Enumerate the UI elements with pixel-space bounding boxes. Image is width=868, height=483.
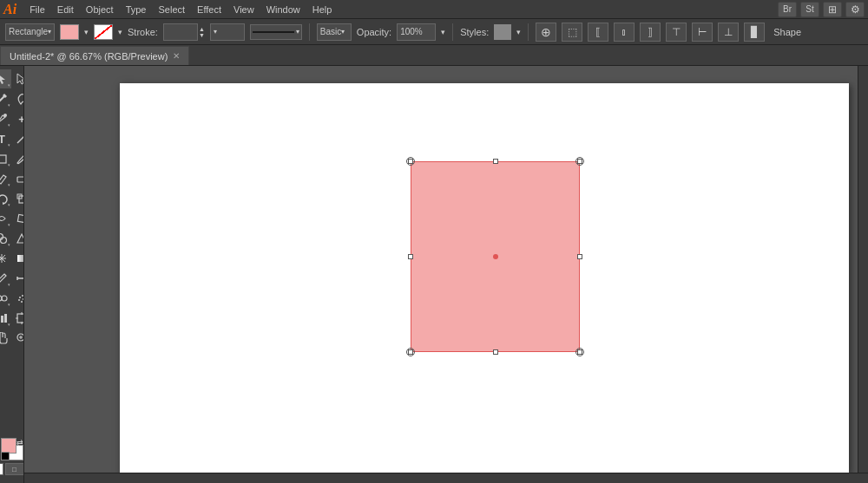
align-center-icon[interactable]: ⫾ <box>614 23 635 42</box>
tab-close-button[interactable]: ✕ <box>173 51 180 61</box>
selected-object-container[interactable] <box>411 161 580 352</box>
chart-icon[interactable]: ▊ <box>744 23 765 42</box>
scale-tool[interactable]: ▾ <box>12 189 24 208</box>
workspace-switcher[interactable]: ⊞ <box>823 2 842 17</box>
menu-select[interactable]: Select <box>152 0 191 19</box>
artboard-tool[interactable] <box>12 309 24 328</box>
stroke-swatch[interactable] <box>94 24 113 40</box>
opacity-input[interactable] <box>397 23 436 41</box>
menu-object[interactable]: Object <box>80 0 120 19</box>
pen-tool[interactable]: ▾ <box>0 109 11 128</box>
scale-handle-bottom-mid[interactable] <box>493 349 498 355</box>
stroke-width-input[interactable] <box>163 23 198 41</box>
separator-1 <box>309 23 310 41</box>
gradient-tool[interactable]: ▾ <box>12 249 24 268</box>
blend-mode-dropdown[interactable]: Basic <box>317 23 352 41</box>
scale-handle-mid-right[interactable] <box>577 254 582 259</box>
align-middle-icon[interactable]: ⊢ <box>692 23 713 42</box>
fill-dropdown-arrow[interactable]: ▾ <box>84 28 89 36</box>
style-swatch[interactable] <box>494 24 511 40</box>
artboard <box>120 83 849 473</box>
svg-rect-32 <box>4 314 7 323</box>
tool-row-mesh: ▾ <box>0 249 24 268</box>
add-anchor-tool[interactable]: + <box>12 109 24 128</box>
stroke-dropdown-arrow[interactable]: ▾ <box>118 28 122 36</box>
align-top-icon[interactable]: ⊤ <box>666 23 687 42</box>
stock-button[interactable]: St <box>800 2 819 17</box>
zoom-tool[interactable] <box>12 329 24 348</box>
hand-tool[interactable] <box>0 329 11 348</box>
scale-handle-mid-left[interactable] <box>408 254 413 259</box>
shape-dropdown[interactable]: Rectangle <box>5 23 55 41</box>
fill-swatch[interactable] <box>60 24 79 40</box>
scale-handle-bottom-left[interactable] <box>408 349 413 355</box>
menu-effect[interactable]: Effect <box>191 0 227 19</box>
mesh-tool[interactable] <box>0 249 11 268</box>
menu-help[interactable]: Help <box>306 0 339 19</box>
menu-view[interactable]: View <box>227 0 260 19</box>
perspective-grid-tool[interactable]: ▾ <box>12 229 24 248</box>
vertical-scrollbar[interactable] <box>858 66 868 473</box>
styles-dropdown-arrow[interactable]: ▾ <box>516 28 521 36</box>
selection-tool[interactable]: ▾ <box>0 69 11 88</box>
align-left-icon[interactable]: ⟦ <box>588 23 608 42</box>
svg-point-28 <box>18 299 20 301</box>
rotate-tool[interactable]: ▾ <box>0 189 11 208</box>
menu-window[interactable]: Window <box>260 0 306 19</box>
tool-row-blend: ▾ ▾ <box>0 289 24 308</box>
svg-rect-19 <box>17 255 24 262</box>
stroke-style-dropdown[interactable]: ▾ <box>250 24 302 40</box>
tool-row-shape-builder: ▾ ▾ <box>0 229 24 248</box>
warp-tool[interactable]: ▾ <box>0 209 11 228</box>
eraser-tool[interactable] <box>12 169 24 188</box>
horizontal-scrollbar[interactable] <box>24 473 868 483</box>
menu-file[interactable]: File <box>23 0 51 19</box>
tab-bar: Untitled-2* @ 66.67% (RGB/Preview) ✕ <box>0 45 868 66</box>
direct-selection-tool[interactable]: ▾ <box>12 69 24 88</box>
svg-rect-33 <box>17 314 24 323</box>
separator-2 <box>452 23 453 41</box>
selected-rectangle[interactable] <box>411 161 580 352</box>
tool-row-select: ▾ ▾ <box>0 69 24 88</box>
measure-tool[interactable] <box>12 269 24 288</box>
reset-colors-icon[interactable] <box>1 452 10 460</box>
color-pair: ⇄ <box>1 438 23 460</box>
stroke-up-arrow[interactable]: ▲ <box>199 26 205 32</box>
tool-row-pencil: ▾ <box>0 169 24 188</box>
align-icon[interactable]: ⊕ <box>536 23 556 42</box>
align-right-icon[interactable]: ⟧ <box>640 23 661 42</box>
free-transform-tool[interactable] <box>12 209 24 228</box>
scale-handle-top-right[interactable] <box>577 159 582 164</box>
type-tool[interactable]: T ▾ <box>0 129 11 148</box>
rectangle-tool[interactable]: ▾ <box>0 149 11 168</box>
bridge-button[interactable]: Br <box>778 2 797 17</box>
stroke-units-dropdown[interactable] <box>210 23 245 41</box>
swap-colors-icon[interactable]: ⇄ <box>16 438 23 447</box>
scale-handle-bottom-right[interactable] <box>577 349 582 355</box>
paintbrush-tool[interactable]: ▾ <box>12 149 24 168</box>
transform-icon[interactable]: ⬚ <box>562 23 582 42</box>
symbol-spray-tool[interactable]: ▾ <box>12 289 24 308</box>
scale-handle-top-mid[interactable] <box>493 159 498 164</box>
stroke-down-arrow[interactable]: ▼ <box>199 32 205 38</box>
menu-type[interactable]: Type <box>120 0 153 19</box>
align-bottom-icon[interactable]: ⊥ <box>718 23 739 42</box>
shape-builder-tool[interactable]: ▾ <box>0 229 11 248</box>
mask-mode-button[interactable]: □ <box>5 463 24 475</box>
blend-tool[interactable]: ▾ <box>0 289 11 308</box>
lasso-tool[interactable]: ▾ <box>12 89 24 108</box>
line-tool[interactable]: ▾ <box>12 129 24 148</box>
document-tab[interactable]: Untitled-2* @ 66.67% (RGB/Preview) ✕ <box>0 46 189 65</box>
svg-point-4 <box>3 114 7 117</box>
pencil-tool[interactable]: ▾ <box>0 169 11 188</box>
sync-settings-icon[interactable]: ⚙ <box>845 2 865 17</box>
menu-right-icons: Br St ⊞ ⚙ <box>778 2 865 17</box>
tool-row-pen: ▾ + <box>0 109 24 128</box>
menu-edit[interactable]: Edit <box>51 0 80 19</box>
normal-mode-button[interactable]: □ <box>0 463 3 475</box>
opacity-arrow[interactable]: ▾ <box>441 28 445 36</box>
magic-wand-tool[interactable]: ▾ <box>0 89 11 108</box>
scale-handle-top-left[interactable] <box>408 159 413 164</box>
eyedropper-tool[interactable]: ▾ <box>0 269 11 288</box>
column-graph-tool[interactable]: ▾ <box>0 309 11 328</box>
